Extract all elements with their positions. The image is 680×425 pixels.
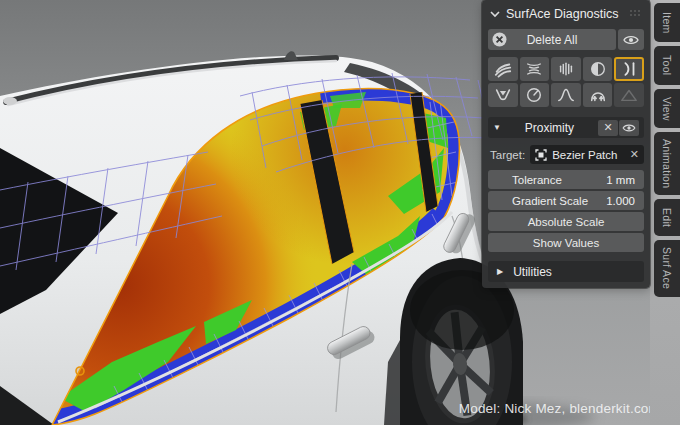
tool-triangle (614, 83, 644, 107)
tolerance-field[interactable]: Tolerance 1 mm (488, 170, 644, 189)
blender-window: { "panel": { "title": "SurfAce Diagnosti… (0, 0, 680, 425)
tool-bell-curve[interactable] (551, 83, 581, 107)
eye-icon (623, 34, 639, 46)
target-clear-icon[interactable]: ✕ (630, 148, 639, 161)
delete-all-button[interactable]: Delete All (488, 29, 616, 50)
tool-zebra-stripes[interactable] (488, 57, 518, 81)
utilities-section-header[interactable]: ▶ Utilities (488, 261, 644, 282)
tab-view[interactable]: View (654, 89, 680, 128)
target-object-field[interactable]: Bezier Patch ✕ (530, 145, 644, 164)
surface-diagnostics-panel: SurfAce Diagnostics Delete All (482, 0, 650, 288)
proximity-section-header[interactable]: ▼ Proximity ✕ (488, 117, 644, 138)
tab-item[interactable]: Item (654, 3, 680, 42)
eye-icon (622, 123, 636, 133)
tab-surface[interactable]: Surf Ace (654, 240, 680, 297)
object-data-icon (535, 149, 547, 161)
tab-edit[interactable]: Edit (654, 199, 680, 236)
delete-all-label: Delete All (527, 33, 578, 47)
gradient-scale-field[interactable]: Gradient Scale 1.000 (488, 191, 644, 210)
tool-isophote-lines[interactable] (520, 57, 550, 81)
x-circle-icon (492, 32, 507, 47)
vertex-marker[interactable] (76, 367, 84, 375)
tool-contrast-half[interactable] (583, 57, 613, 81)
sidebar-tab-strip: Item Tool View Animation Edit Surf Ace (650, 0, 680, 425)
chevron-down-icon (490, 10, 500, 18)
proximity-visibility-button[interactable] (619, 120, 639, 136)
drag-handle-icon[interactable] (630, 10, 642, 18)
collapsed-triangle-icon[interactable]: ▶ (497, 268, 503, 276)
tool-arch-flow[interactable] (583, 83, 613, 107)
proximity-close-button[interactable]: ✕ (598, 120, 618, 136)
proximity-title: Proximity (507, 121, 592, 135)
utilities-title: Utilities (513, 265, 552, 279)
tab-tool[interactable]: Tool (654, 46, 680, 85)
target-object-name: Bezier Patch (552, 149, 625, 161)
visibility-all-button[interactable] (618, 29, 644, 50)
tool-gauge[interactable] (520, 83, 550, 107)
tab-animation[interactable]: Animation (654, 132, 680, 195)
expand-triangle-icon[interactable]: ▼ (493, 124, 501, 132)
analysis-tool-grid (488, 57, 644, 107)
panel-title: SurfAce Diagnostics (506, 7, 624, 21)
model-credit: Model: Nick Mez, blenderkit.com (459, 401, 660, 416)
target-label: Target: (490, 149, 525, 161)
tool-section-lines[interactable] (551, 57, 581, 81)
tool-proximity[interactable] (614, 57, 644, 81)
show-values-button[interactable]: Show Values (488, 233, 644, 252)
panel-header[interactable]: SurfAce Diagnostics (488, 5, 644, 23)
tool-draft-cup[interactable] (488, 83, 518, 107)
absolute-scale-button[interactable]: Absolute Scale (488, 212, 644, 231)
